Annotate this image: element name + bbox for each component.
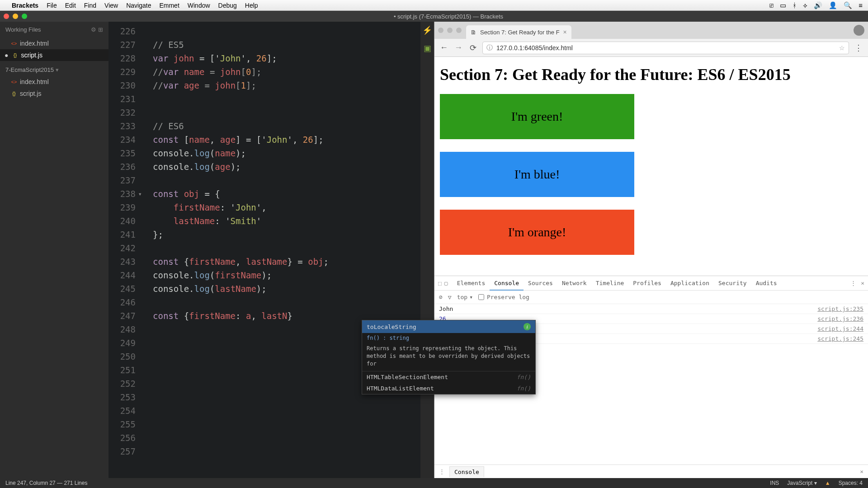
insert-mode[interactable]: INS <box>770 480 779 486</box>
display-icon[interactable]: ▭ <box>780 1 786 9</box>
devtools-tab-elements[interactable]: Elements <box>453 277 490 290</box>
line-gutter: 2262272282292302312322332342352362372382… <box>108 22 140 478</box>
drawer-menu-icon[interactable]: ⋮ <box>439 468 445 475</box>
console-row[interactable]: Johnscript.js:235 <box>434 304 868 314</box>
preserve-log-checkbox[interactable]: Preserve log <box>478 294 529 300</box>
js-icon: {} <box>11 90 17 97</box>
info-icon[interactable]: i <box>524 323 531 330</box>
menu-navigate[interactable]: Navigate <box>126 2 151 9</box>
devtools-tab-network[interactable]: Network <box>557 277 591 290</box>
devtools-tab-sources[interactable]: Sources <box>524 277 557 290</box>
browser-tab[interactable]: 🗎 Section 7: Get Ready for the F × <box>466 25 571 39</box>
tab-close-icon[interactable]: × <box>563 28 567 36</box>
hint-option[interactable]: HTMLDataListElementfn() <box>362 383 535 394</box>
hint-selected[interactable]: toLocaleString i <box>362 320 535 333</box>
devtools-close-icon[interactable]: × <box>861 280 864 286</box>
project-name: 7-EcmaScript2015 <box>5 66 54 73</box>
menu-find[interactable]: Find <box>84 2 96 9</box>
hint-selected-label: toLocaleString <box>367 324 416 330</box>
menu-help[interactable]: Help <box>245 2 258 9</box>
gear-icon[interactable]: ⚙ ⊞ <box>91 26 103 33</box>
window-titlebar: • script.js (7-EcmaScript2015) — Bracket… <box>0 11 868 22</box>
chrome-profile-avatar[interactable] <box>854 25 864 36</box>
console-toolbar: ⊘ ▽ top ▾ Preserve log <box>434 291 868 304</box>
user-icon[interactable]: 👤 <box>829 1 837 9</box>
page-content: Section 7: Get Ready for the Future: ES6… <box>434 57 868 276</box>
preserve-log-input[interactable] <box>478 294 484 300</box>
cursor-position[interactable]: Line 247, Column 27 — 271 Lines <box>5 480 87 486</box>
info-icon[interactable]: ⓘ <box>486 44 493 52</box>
menu-emmet[interactable]: Emmet <box>159 2 179 9</box>
devtools-tab-audits[interactable]: Audits <box>751 277 782 290</box>
source-link[interactable]: script.js:235 <box>817 305 863 312</box>
working-files-header[interactable]: Working Files ⚙ ⊞ <box>0 22 108 38</box>
extension-manager-icon[interactable]: ▣ <box>424 43 431 53</box>
chrome-minimize-button[interactable] <box>447 28 453 33</box>
macos-menubar: Brackets FileEditFindViewNavigateEmmetWi… <box>0 0 868 11</box>
devtools-menu-icon[interactable]: ⋮ <box>850 280 856 286</box>
menu-file[interactable]: File <box>47 2 57 9</box>
color-box-green[interactable]: I'm green! <box>440 94 634 139</box>
file-label: script.js <box>20 90 41 97</box>
language-mode[interactable]: JavaScript ▾ <box>787 480 816 486</box>
working-file-index-html[interactable]: <>index.html <box>0 38 108 49</box>
code-hint-popup[interactable]: toLocaleString i fn() : string Returns a… <box>362 320 536 394</box>
window-close-button[interactable] <box>4 14 9 19</box>
context-label: top <box>457 294 467 300</box>
clear-console-icon[interactable]: ⊘ <box>439 294 443 300</box>
inspect-icon[interactable]: ⬚ <box>438 280 442 286</box>
menu-icon[interactable]: ≡ <box>859 1 863 9</box>
address-bar[interactable]: ⓘ 127.0.0.1:64085/index.html ☆ <box>482 42 849 54</box>
html-icon: <> <box>11 40 17 47</box>
project-file-index-html[interactable]: <>index.html <box>0 76 108 88</box>
bluetooth-icon[interactable]: ᚼ <box>793 1 797 9</box>
indent-setting[interactable]: Spaces: 4 <box>839 480 863 486</box>
source-link[interactable]: script.js:236 <box>817 315 863 322</box>
device-mode-icon[interactable]: ▢ <box>444 280 448 286</box>
window-minimize-button[interactable] <box>13 14 18 19</box>
file-label: index.html <box>20 78 49 85</box>
forward-button[interactable]: → <box>453 43 463 52</box>
project-dropdown[interactable]: 7-EcmaScript2015 ▾ <box>0 61 108 76</box>
devtools-tab-profiles[interactable]: Profiles <box>628 277 666 290</box>
devtools-tab-console[interactable]: Console <box>490 277 524 291</box>
hint-description: Returns a string representing the object… <box>362 343 535 371</box>
hint-option[interactable]: HTMLTableSectionElementfn() <box>362 371 535 383</box>
menu-debug[interactable]: Debug <box>218 2 237 9</box>
menu-edit[interactable]: Edit <box>65 2 76 9</box>
drawer-console-tab[interactable]: Console <box>449 466 484 477</box>
spotlight-icon[interactable]: 🔍 <box>844 1 852 9</box>
back-button[interactable]: ← <box>439 43 449 52</box>
chrome-close-button[interactable] <box>438 28 443 33</box>
reload-button[interactable]: ⟳ <box>468 43 478 53</box>
color-box-blue[interactable]: I'm blue! <box>440 152 634 197</box>
volume-icon[interactable]: 🔊 <box>814 1 822 9</box>
devtools-tab-timeline[interactable]: Timeline <box>591 277 629 290</box>
chrome-menu-button[interactable]: ⋮ <box>854 43 863 53</box>
page-icon: 🗎 <box>471 29 476 36</box>
source-link[interactable]: script.js:245 <box>817 335 863 342</box>
drawer-close-icon[interactable]: × <box>860 468 863 475</box>
lint-warning-icon[interactable]: ▲ <box>825 480 830 486</box>
bookmark-star-icon[interactable]: ☆ <box>839 44 845 52</box>
filter-icon[interactable]: ▽ <box>448 294 452 300</box>
devtools-tab-security[interactable]: Security <box>714 277 751 290</box>
menu-window[interactable]: Window <box>188 2 210 9</box>
color-box-orange[interactable]: I'm orange! <box>440 210 634 255</box>
right-rail: ⚡ ▣ <box>420 22 434 478</box>
devtools-tab-application[interactable]: Application <box>666 277 714 290</box>
editor[interactable]: 2262272282292302312322332342352362372382… <box>108 22 420 478</box>
chrome-maximize-button[interactable] <box>456 28 462 33</box>
file-label: script.js <box>21 52 42 59</box>
wifi-icon[interactable]: ⟡ <box>803 1 807 9</box>
code-area[interactable]: // ES5var john = ['John', 26];//var name… <box>140 22 420 478</box>
working-file-script-js[interactable]: ●{}script.js <box>0 49 108 61</box>
project-file-script-js[interactable]: {}script.js <box>0 88 108 99</box>
live-preview-icon[interactable]: ⚡ <box>422 25 432 35</box>
airplay-icon[interactable]: ⎚ <box>769 1 774 9</box>
source-link[interactable]: script.js:244 <box>817 325 863 332</box>
window-maximize-button[interactable] <box>22 14 27 19</box>
menu-view[interactable]: View <box>104 2 118 9</box>
context-selector[interactable]: top ▾ <box>457 294 473 300</box>
app-name[interactable]: Brackets <box>12 2 38 9</box>
